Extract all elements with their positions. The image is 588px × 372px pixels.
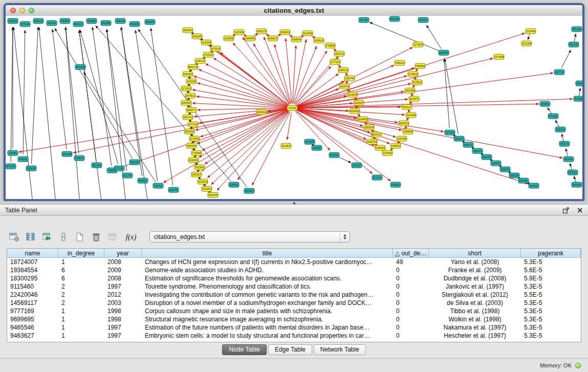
graph-edge[interactable] — [445, 59, 458, 134]
graph-edge[interactable] — [294, 46, 316, 103]
graph-edge[interactable] — [31, 27, 38, 164]
graph-edge[interactable] — [217, 112, 289, 190]
graph-edge[interactable] — [79, 30, 105, 199]
graph-node[interactable]: 7725491 — [191, 150, 202, 156]
graph-node[interactable]: 903481 — [312, 145, 322, 150]
graph-edge[interactable] — [561, 50, 571, 68]
graph-edge[interactable] — [297, 109, 562, 158]
graph-edge[interactable] — [163, 111, 288, 183]
graph-node[interactable]: 961223 — [8, 18, 18, 24]
graph-node[interactable]: 924510 — [529, 183, 539, 188]
graph-node[interactable]: 1916127 — [402, 104, 412, 110]
graph-node[interactable]: 2170401 — [189, 136, 200, 141]
graph-node[interactable]: 1511848 — [62, 151, 72, 157]
graph-node[interactable]: 1959812 — [280, 30, 290, 35]
graph-node[interactable]: 1453617 — [191, 172, 202, 177]
graph-edge[interactable] — [221, 52, 289, 105]
graph-edge[interactable] — [200, 110, 288, 137]
graph-node[interactable]: 1853024 — [364, 125, 374, 130]
graph-edge[interactable] — [295, 51, 327, 104]
graph-node[interactable]: 927713 — [554, 70, 564, 75]
close-panel-icon[interactable]: ✕ — [577, 207, 583, 214]
graph-node[interactable]: 812905 — [129, 21, 140, 27]
graph-node[interactable]: 903512 — [74, 156, 84, 161]
row-height-button[interactable] — [56, 230, 71, 244]
graph-node[interactable]: 861423 — [92, 163, 102, 168]
graph-edge[interactable] — [73, 109, 288, 153]
graph-edge[interactable] — [565, 148, 568, 157]
graph-node[interactable]: 884120 — [482, 155, 492, 160]
graph-node[interactable]: 904215 — [572, 182, 582, 187]
table-row[interactable]: 1456911722003Disruption of a novel membe… — [7, 299, 581, 307]
graph-edge[interactable] — [39, 27, 58, 199]
column-header-year[interactable]: year — [104, 249, 142, 258]
graph-node[interactable]: 1493932 — [390, 143, 401, 148]
graph-node[interactable]: 1601627 — [354, 100, 364, 105]
close-window-button[interactable] — [10, 8, 16, 13]
graph-edge[interactable] — [80, 30, 118, 164]
column-header-title[interactable]: title — [142, 249, 393, 258]
graph-node[interactable]: 1095492 — [375, 145, 385, 150]
graph-node[interactable]: 1675141 — [210, 46, 221, 51]
graph-node[interactable]: 7253441 — [202, 186, 212, 191]
graph-edge[interactable] — [11, 27, 13, 162]
graph-node[interactable]: 2475512 — [185, 93, 195, 98]
graph-edge[interactable] — [297, 109, 402, 130]
column-header-out_de[interactable]: △ out_de… — [393, 249, 429, 258]
graph-node[interactable]: 1946794 — [439, 50, 449, 55]
graph-node[interactable]: 1154409 — [397, 136, 407, 141]
graph-edge[interactable] — [66, 27, 82, 199]
table-source-select[interactable]: citations_edges.txt — [149, 231, 350, 243]
memory-indicator[interactable] — [575, 363, 581, 368]
graph-node[interactable]: 7623452 — [194, 165, 205, 170]
graph-node[interactable]: 851230 — [329, 152, 339, 158]
graph-node[interactable]: 861450 — [576, 81, 582, 86]
graph-edge[interactable] — [338, 157, 351, 163]
graph-node[interactable]: 804113 — [73, 21, 83, 27]
minimize-window-button[interactable] — [19, 8, 25, 13]
graph-node[interactable]: 954071 — [145, 19, 155, 25]
graph-node[interactable]: 1125439 — [234, 30, 244, 35]
graph-node[interactable]: 1558243 — [291, 37, 301, 42]
graph-node[interactable]: 861304 — [389, 16, 400, 21]
table-row[interactable]: 1872400712008Changes of HCN gene express… — [7, 258, 581, 266]
graph-node[interactable]: 9584921 — [399, 121, 409, 126]
graph-node[interactable]: 1664950 — [245, 36, 255, 41]
graph-node[interactable]: 1221398 — [521, 41, 532, 46]
graph-node[interactable]: 921403 — [563, 157, 574, 162]
graph-node[interactable]: 1862340 — [186, 143, 197, 148]
graph-node[interactable]: 1914847 — [281, 143, 291, 148]
graph-node[interactable]: 940122 — [352, 163, 362, 168]
graph-node[interactable]: 1696127 — [268, 36, 278, 41]
graph-node[interactable]: 1271512 — [181, 86, 191, 91]
graph-node[interactable]: 867919 — [445, 130, 455, 135]
graph-node[interactable]: 1220058 — [224, 36, 234, 41]
graph-node[interactable]: 8954751 — [371, 132, 381, 137]
graph-node[interactable]: 904311 — [153, 183, 163, 188]
graph-node[interactable]: 863114 — [244, 188, 254, 193]
graph-node[interactable]: 2379518 — [408, 72, 418, 77]
graph-node[interactable]: 903144 — [454, 136, 464, 141]
graph-node[interactable]: 1961731 — [183, 115, 193, 120]
delete-columns-button[interactable] — [89, 230, 103, 244]
graph-node[interactable]: 790481 — [60, 18, 70, 24]
graph-node[interactable]: 960213 — [18, 157, 28, 162]
graph-node[interactable]: 910473 — [491, 161, 501, 166]
graph-node[interactable]: 1857594 — [405, 88, 415, 93]
graph-node[interactable]: 1495759 — [367, 139, 377, 144]
function-builder-button[interactable]: f(x) — [122, 230, 140, 244]
graph-node[interactable]: 811307 — [418, 17, 428, 23]
graph-edge[interactable] — [570, 163, 572, 170]
table-row[interactable]: 946554611997Estimation of the future num… — [7, 323, 581, 332]
graph-edge[interactable] — [574, 176, 576, 183]
column-header-pagerank[interactable]: pagerank — [521, 249, 581, 258]
graph-node[interactable]: 915482 — [86, 18, 97, 24]
graph-node[interactable]: 805164 — [33, 18, 43, 24]
graph-edge[interactable] — [23, 30, 25, 155]
graph-edge[interactable] — [55, 28, 132, 158]
graph-node[interactable]: 851672 — [463, 142, 473, 147]
graph-node[interactable]: 2051693 — [75, 64, 85, 70]
graph-edge[interactable] — [426, 25, 441, 49]
graph-edge[interactable] — [528, 33, 530, 40]
network-canvas[interactable]: 1724091863021228104514200491675141275416… — [6, 16, 582, 199]
